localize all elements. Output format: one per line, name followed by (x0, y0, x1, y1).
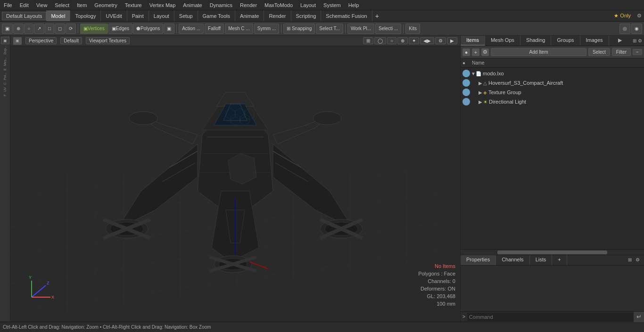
layout-settings-icon[interactable]: ⚙ (635, 13, 644, 19)
layout-tab-schematicfusion[interactable]: Schematic Fusion (321, 10, 372, 21)
menu-animate[interactable]: Animate (179, 1, 206, 9)
viewport-display[interactable]: Viewport Textures (86, 37, 130, 44)
vp-nav-icon5[interactable]: ✦ (409, 37, 419, 44)
items-minus-btn[interactable]: − (633, 49, 642, 55)
layout-tab-topology[interactable]: Topology (70, 10, 101, 21)
tree-item-texture[interactable]: ▶ ◈ Texture Group (461, 88, 644, 97)
toolbar-nav2[interactable]: ◉ (631, 24, 642, 34)
vp-play[interactable]: ▶ (447, 37, 457, 44)
toolbar-transform5[interactable]: ◻ (55, 24, 65, 34)
viewport-shading[interactable]: Default (60, 37, 82, 44)
tree-vis-hoversurf[interactable] (462, 79, 470, 87)
scrollbar-thumb[interactable] (497, 251, 607, 254)
panel-expand-icon[interactable]: ⊞ (633, 38, 636, 43)
items-add-small[interactable]: + (472, 49, 479, 56)
panel-tab-groups[interactable]: Groups (551, 36, 580, 46)
tree-item-hoversurf[interactable]: ▶ △ Hoversurf_S3_Compact_Aircraft (461, 78, 644, 88)
panel-tab-items[interactable]: Items (461, 36, 485, 46)
vp-nav-icon2[interactable]: ◯ (374, 37, 386, 44)
layout-tab-animate[interactable]: Animate (235, 10, 264, 21)
menu-render[interactable]: Render (236, 1, 261, 9)
layout-tab-model[interactable]: Model (46, 10, 70, 21)
sidebar-label-e[interactable]: E (2, 67, 8, 72)
toolbar-transform2[interactable]: ○ (24, 24, 33, 34)
vp-nav-icon3[interactable]: ○ (387, 37, 396, 44)
menu-maxtomodo[interactable]: MaxToModo (261, 1, 297, 9)
tree-vis-texture[interactable] (462, 89, 470, 96)
select-button[interactable]: Select (588, 48, 610, 56)
bp-tab-properties[interactable]: Properties (461, 255, 496, 265)
layout-tab-layout[interactable]: Layout (149, 10, 174, 21)
menu-dynamics[interactable]: Dynamics (206, 1, 236, 9)
menu-edit[interactable]: Edit (16, 1, 33, 9)
tree-expand-root[interactable]: ▼ (471, 71, 476, 76)
command-send-button[interactable]: ↵ (634, 312, 644, 322)
panel-tab-more[interactable]: ▶ (615, 36, 625, 46)
panel-settings-icon[interactable]: ⚙ (638, 38, 642, 43)
layout-dropdown[interactable]: Default Layouts (2, 12, 46, 20)
bp-tab-add[interactable]: + (552, 255, 567, 265)
menu-select[interactable]: Select (51, 1, 73, 9)
bp-settings-icon[interactable]: ⚙ (636, 257, 642, 264)
panel-tab-shading[interactable]: Shading (520, 36, 551, 46)
vp-nav-icon1[interactable]: ⊞ (363, 37, 373, 44)
command-input[interactable] (467, 313, 634, 321)
toolbar-symmetry[interactable]: Symm ... (254, 24, 279, 34)
menu-system[interactable]: System (320, 1, 345, 9)
viewport[interactable]: ▣ Perspective Default Viewport Textures … (10, 36, 460, 322)
add-item-button[interactable]: Add Item (491, 48, 586, 56)
filter-button[interactable]: Filter (612, 48, 631, 56)
tree-expand-light[interactable]: ▶ (479, 99, 483, 105)
sidebar-label-uv[interactable]: UV (2, 86, 8, 93)
tree-expand-texture[interactable]: ▶ (479, 90, 483, 95)
bp-tab-channels[interactable]: Channels (496, 255, 529, 265)
menu-view[interactable]: View (33, 1, 51, 9)
toolbar-transform4[interactable]: □ (45, 24, 54, 34)
viewport-canvas[interactable]: No Items Polygons : Face Channels: 0 Def… (10, 46, 460, 322)
toolbar-mesh-constraint[interactable]: Mesh C ... (225, 24, 253, 34)
menu-help[interactable]: Help (345, 1, 363, 9)
toolbar-mesh-mode[interactable]: ▣ (164, 24, 174, 34)
layout-tab-uvedit[interactable]: UVEdit (101, 10, 127, 21)
toolbar-vertices[interactable]: ▣ Vertices (80, 24, 108, 34)
toolbar-selection[interactable]: Selecti ... (375, 24, 401, 34)
menu-item[interactable]: Item (73, 1, 91, 9)
tree-vis-root[interactable] (462, 70, 470, 77)
tree-vis-light[interactable] (462, 98, 470, 105)
panel-tab-meshops[interactable]: Mesh Ops (485, 36, 520, 46)
toolbar-work-plane[interactable]: Work Pl... (347, 24, 374, 34)
menu-geometry[interactable]: Geometry (91, 1, 121, 9)
toolbar-transform1[interactable]: ⊕ (13, 24, 24, 34)
viewport-mode[interactable]: Perspective (25, 37, 57, 44)
toolbar-select-tool[interactable]: Select T... (316, 24, 343, 34)
items-gear-small[interactable]: ⚙ (481, 49, 489, 56)
items-eye-toggle[interactable]: ● (462, 49, 470, 56)
tree-item-root[interactable]: ▼ 📄 modo.lxo (461, 69, 644, 78)
layout-add-button[interactable]: + (372, 11, 382, 21)
menu-file[interactable]: File (0, 1, 16, 9)
layout-star-label[interactable]: ★ Only (610, 12, 635, 20)
toolbar-transform3[interactable]: ↗ (34, 24, 44, 34)
toolbar-snapping[interactable]: ⊞ Snapping (283, 24, 315, 34)
layout-tab-paint[interactable]: Paint (127, 10, 149, 21)
layout-tab-render[interactable]: Render (264, 10, 291, 21)
sidebar-btn-1[interactable]: ▣ (1, 37, 9, 44)
sidebar-label-pol[interactable]: Pol... (2, 72, 8, 81)
layout-tab-scripting[interactable]: Scripting (291, 10, 322, 21)
vp-nav-icon4[interactable]: ⊕ (397, 37, 408, 44)
item-tree-scrollbar[interactable] (461, 249, 644, 255)
toolbar-action[interactable]: Action ... (179, 24, 204, 34)
sidebar-label-f[interactable]: F (2, 93, 8, 97)
toolbar-nav1[interactable]: ◎ (619, 24, 630, 34)
sidebar-label-dup[interactable]: Dup... (2, 45, 8, 56)
menu-vertex-map[interactable]: Vertex Map (146, 1, 180, 9)
toolbar-edges[interactable]: ▣ Edges (108, 24, 132, 34)
toolbar-transform6[interactable]: ⟳ (66, 24, 76, 34)
vp-nav-icon6[interactable]: ◀▶ (420, 37, 434, 44)
menu-layout[interactable]: Layout (297, 1, 320, 9)
tree-expand-hoversurf[interactable]: ▶ (479, 81, 483, 86)
bp-tab-lists[interactable]: Lists (530, 255, 553, 265)
toolbar-polygons[interactable]: ⬟ Polygons (133, 24, 163, 34)
toolbar-falloff[interactable]: Falloff (205, 24, 224, 34)
toolbar-select-mode[interactable]: ▣ (2, 24, 13, 34)
